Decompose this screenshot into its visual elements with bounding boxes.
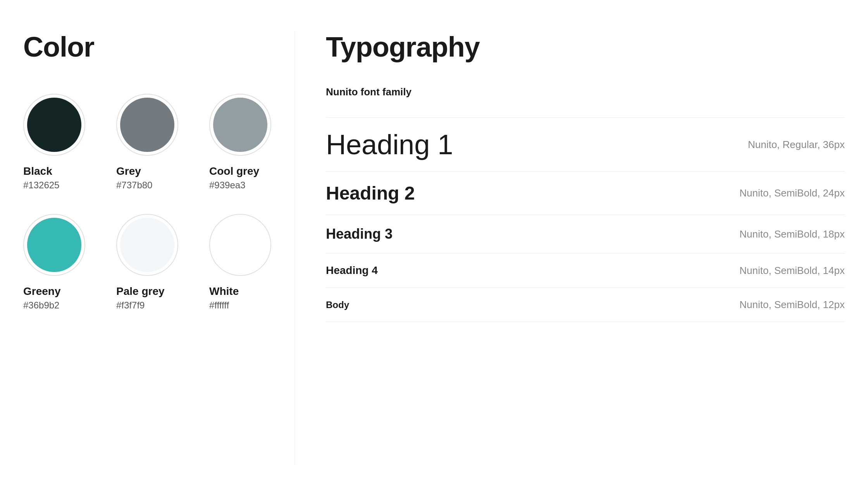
h3-sample: Heading 3: [326, 226, 393, 242]
color-circle-greeny: [27, 218, 81, 272]
color-circle-wrapper-white: [209, 214, 271, 276]
h2-spec: Nunito, SemiBold, 24px: [739, 187, 845, 199]
color-hex-palegrey: #f3f7f9: [116, 300, 145, 311]
color-item-palegrey: Pale grey #f3f7f9: [116, 214, 178, 311]
color-grid: Black #132625 Grey #737b80 Cool grey #93…: [23, 94, 271, 311]
typography-row-h3: Heading 3 Nunito, SemiBold, 18px: [326, 215, 845, 253]
color-hex-greeny: #36b9b2: [23, 300, 59, 311]
typography-section-title: Typography: [326, 31, 845, 63]
color-item-greeny: Greeny #36b9b2: [23, 214, 85, 311]
color-circle-wrapper-greeny: [23, 214, 85, 276]
color-section: Color Black #132625 Grey #737b80: [23, 31, 294, 465]
color-hex-coolgrey: #939ea3: [209, 180, 245, 191]
h4-spec: Nunito, SemiBold, 14px: [739, 265, 845, 277]
typography-row-h4: Heading 4 Nunito, SemiBold, 14px: [326, 253, 845, 288]
color-circle-black: [27, 98, 81, 152]
h3-spec: Nunito, SemiBold, 18px: [739, 228, 845, 240]
typography-row-h1: Heading 1 Nunito, Regular, 36px: [326, 117, 845, 172]
color-circle-wrapper-coolgrey: [209, 94, 271, 156]
color-item-white: White #ffffff: [209, 214, 271, 311]
color-name-black: Black: [23, 165, 52, 177]
color-name-palegrey: Pale grey: [116, 285, 165, 298]
h1-spec: Nunito, Regular, 36px: [748, 139, 845, 151]
color-circle-grey: [120, 98, 174, 152]
body-sample: Body: [326, 300, 349, 310]
color-circle-palegrey: [120, 218, 174, 272]
color-hex-grey: #737b80: [116, 180, 152, 191]
color-name-coolgrey: Cool grey: [209, 165, 259, 177]
color-item-grey: Grey #737b80: [116, 94, 178, 191]
h4-sample: Heading 4: [326, 264, 378, 277]
typography-row-body: Body Nunito, SemiBold, 12px: [326, 288, 845, 322]
color-item-black: Black #132625: [23, 94, 85, 191]
body-spec: Nunito, SemiBold, 12px: [739, 299, 845, 311]
color-item-coolgrey: Cool grey #939ea3: [209, 94, 271, 191]
color-circle-coolgrey: [213, 98, 267, 152]
typography-section: Typography Nunito font family Heading 1 …: [294, 31, 845, 465]
h1-sample: Heading 1: [326, 129, 453, 160]
font-family-label: Nunito font family: [326, 86, 845, 98]
color-circle-wrapper-palegrey: [116, 214, 178, 276]
color-section-title: Color: [23, 31, 271, 63]
color-circle-white: [213, 218, 267, 272]
color-circle-wrapper-black: [23, 94, 85, 156]
color-hex-white: #ffffff: [209, 300, 229, 311]
typography-row-h2: Heading 2 Nunito, SemiBold, 24px: [326, 172, 845, 215]
color-hex-black: #132625: [23, 180, 59, 191]
color-name-grey: Grey: [116, 165, 141, 177]
color-name-greeny: Greeny: [23, 285, 61, 298]
color-name-white: White: [209, 285, 239, 298]
color-circle-wrapper-grey: [116, 94, 178, 156]
h2-sample: Heading 2: [326, 183, 415, 204]
